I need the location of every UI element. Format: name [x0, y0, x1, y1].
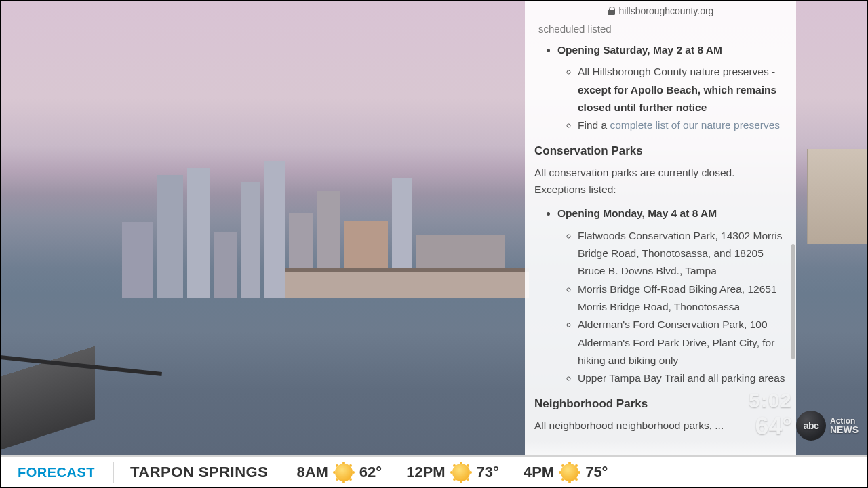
- list-item: Alderman's Ford Conservation Park, 100 A…: [578, 316, 787, 369]
- forecast-time: 8AM: [296, 464, 328, 481]
- ticker-label: FORECAST: [0, 465, 113, 481]
- list-item: All Hillsborough County nature preserves…: [578, 63, 787, 117]
- station-logo-line2: NEWS: [830, 425, 859, 434]
- browser-address-bar[interactable]: hillsboroughcounty.org: [534, 4, 787, 22]
- right-edge-building: [807, 149, 868, 244]
- nature-item-exception: except for Apollo Beach, which remains c…: [578, 84, 776, 113]
- forecast-temp: 73°: [477, 464, 499, 481]
- forecast-time: 4PM: [524, 464, 554, 481]
- list-item: Opening Saturday, May 2 at 8 AM All Hill…: [557, 41, 787, 135]
- sunny-icon: [452, 464, 470, 481]
- list-item: Morris Bridge Off-Road Biking Area, 1265…: [578, 281, 787, 317]
- clock-time: 5:02: [749, 389, 792, 412]
- nature-findlist-prefix: Find a: [578, 119, 610, 131]
- forecast-slot: 12PM 73°: [394, 464, 511, 481]
- truncated-top-line: scheduled listed: [538, 23, 787, 35]
- ticker-city: TARPON SPRINGS: [114, 464, 284, 481]
- time-temp-bug: 5:02 64°: [749, 389, 792, 441]
- nature-item-text: All Hillsborough County nature preserves…: [578, 66, 775, 77]
- broadcast-frame: hillsboroughcounty.org scheduled listed …: [0, 0, 868, 488]
- conservation-parks-heading: Conservation Parks: [534, 144, 787, 158]
- address-bar-domain: hillsboroughcounty.org: [619, 5, 714, 16]
- list-item: Flatwoods Conservation Park, 14302 Morri…: [578, 227, 787, 281]
- forecast-slot: 4PM 75°: [511, 464, 620, 481]
- forecast-time: 12PM: [406, 464, 445, 481]
- conservation-list: Opening Monday, May 4 at 8 AM Flatwoods …: [534, 205, 787, 387]
- sunny-icon: [561, 464, 578, 481]
- conservation-intro: All conservation parks are currently clo…: [534, 165, 787, 199]
- station-logo-text: Action NEWS: [830, 417, 859, 434]
- opening-date-nature: Opening Saturday, May 2 at 8 AM: [557, 44, 722, 56]
- clock-temp: 64°: [749, 412, 792, 441]
- nature-preserves-list: Opening Saturday, May 2 at 8 AM All Hill…: [534, 41, 787, 135]
- opening-date-conservation: Opening Monday, May 4 at 8 AM: [557, 207, 717, 219]
- station-logo: abc Action NEWS: [796, 411, 859, 441]
- list-item: Upper Tampa Bay Trail and all parking ar…: [578, 369, 787, 387]
- list-item: Opening Monday, May 4 at 8 AM Flatwoods …: [557, 205, 787, 387]
- lock-icon: [608, 7, 615, 15]
- panel-scrollbar[interactable]: [791, 244, 795, 359]
- forecast-ticker: FORECAST TARPON SPRINGS 8AM 62° 12PM 73°…: [0, 455, 868, 488]
- convention-center: [285, 268, 529, 298]
- abc-disc-icon: abc: [796, 411, 826, 441]
- forecast-temp: 75°: [585, 464, 608, 481]
- nature-preserves-link[interactable]: complete list of our nature preserves: [610, 119, 780, 131]
- list-item: Find a complete list of our nature prese…: [578, 117, 787, 134]
- forecast-temp: 62°: [359, 464, 382, 481]
- sunny-icon: [335, 464, 353, 481]
- forecast-slot: 8AM 62°: [284, 464, 394, 481]
